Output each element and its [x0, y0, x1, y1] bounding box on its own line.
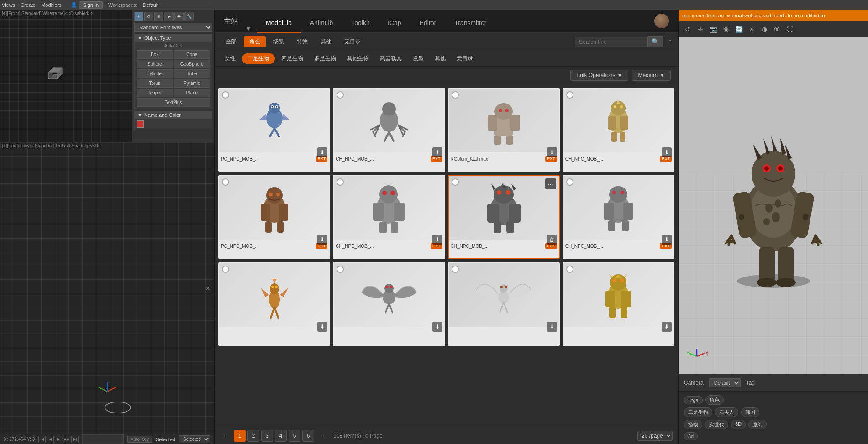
search-input[interactable] [575, 37, 648, 47]
asset-checkbox-12[interactable] [566, 266, 573, 273]
asset-card-5[interactable]: ⬇ PC_NPC_MOB_... EXT [218, 175, 330, 259]
tag-3d[interactable]: 3D [731, 420, 746, 429]
asset-checkbox-4[interactable] [566, 91, 573, 99]
asset-checkbox-8[interactable] [566, 178, 573, 186]
medium-button[interactable]: Medium ▼ [632, 70, 671, 81]
render-icon[interactable]: ◉ [721, 24, 731, 35]
hierarchy-cmd-icon[interactable]: ⊞ [154, 12, 163, 21]
asset-checkbox-3[interactable] [452, 91, 459, 99]
asset-checkbox-11[interactable] [452, 266, 459, 273]
auto-key-button[interactable]: Auto Key [127, 436, 153, 443]
viewport-front[interactable]: [+][Front][Standard][Wireframe]<<Disable… [0, 10, 132, 142]
page-6-btn[interactable]: 6 [302, 430, 314, 442]
prev-button[interactable]: ◀ [47, 436, 54, 443]
subcat-hair[interactable]: 发型 [408, 53, 428, 64]
create-cmd-icon[interactable]: ✦ [134, 12, 143, 21]
bulk-operations-button[interactable]: Bulk Operations ▼ [570, 70, 628, 81]
download-btn-1[interactable]: ⬇ [317, 147, 327, 157]
move-icon[interactable]: ✛ [695, 24, 706, 35]
menu-modifiers[interactable]: Modifiers [41, 2, 62, 8]
color-swatch[interactable] [137, 120, 144, 128]
preview-3d-area[interactable]: X Y [679, 37, 868, 374]
asset-card-7[interactable]: ··· [448, 175, 560, 259]
download-btn-11[interactable]: ⬇ [547, 322, 557, 332]
delete-btn-7[interactable]: 🗑 [547, 235, 557, 245]
subcat-weapons[interactable]: 武器载具 [375, 53, 406, 64]
next-frame-button[interactable]: ▶| [71, 436, 79, 443]
prev-page-btn[interactable]: ‹ [220, 430, 232, 442]
prev-frame-button[interactable]: |◀ [38, 436, 46, 443]
page-3-btn[interactable]: 3 [261, 430, 273, 442]
teapot-button[interactable]: Teapot [137, 89, 173, 97]
download-btn-8[interactable]: ⬇ [662, 235, 672, 245]
camera-dropdown[interactable]: Default [709, 378, 741, 387]
cylinder-button[interactable]: Cylinder [137, 69, 173, 78]
motion-cmd-icon[interactable]: ▶ [164, 12, 174, 21]
asset-card-8[interactable]: ⬇ CH_NPC_MOB_... EXT [563, 175, 674, 259]
menu-views[interactable]: Views [2, 2, 15, 8]
modify-cmd-icon[interactable]: ⚙ [144, 12, 153, 21]
subcat-quadruped[interactable]: 四足生物 [277, 53, 308, 64]
tab-icap[interactable]: ICap [379, 14, 410, 33]
page-2-btn[interactable]: 2 [247, 430, 259, 442]
subcat-biped[interactable]: 二足生物 [242, 53, 275, 64]
asset-checkbox-5[interactable] [222, 178, 229, 186]
tag-biped[interactable]: 二足生物 [684, 407, 712, 417]
tag-monster[interactable]: 怪物 [684, 420, 702, 429]
display-cmd-icon[interactable]: ◉ [174, 12, 184, 21]
subcat-other-creature[interactable]: 其他生物 [342, 53, 374, 64]
subcat-multiped[interactable]: 多足生物 [310, 53, 341, 64]
category-character[interactable]: 角色 [244, 36, 266, 47]
tab-modellib[interactable]: ModelLib [257, 14, 301, 33]
tag-korea[interactable]: 韩国 [741, 407, 759, 417]
plane-button[interactable]: Plane [174, 89, 210, 97]
cone-button[interactable]: Cone [174, 50, 210, 59]
asset-card-6[interactable]: ⬇ CH_NPC_MOB_... EXT [333, 175, 445, 259]
tube-button[interactable]: Tube [174, 69, 210, 78]
download-btn-9[interactable]: ⬇ [317, 322, 327, 332]
category-uncategorized[interactable]: 无目录 [339, 36, 366, 47]
reset-icon[interactable]: ↺ [682, 24, 693, 35]
collapse-icon[interactable]: ⌃ [667, 38, 673, 46]
viewport-perspective[interactable]: [+][Perspective][Standard][Default Shadi… [0, 142, 214, 434]
tab-animlib[interactable]: AnimLib [301, 14, 342, 33]
download-btn-3[interactable]: ⬇ [547, 147, 557, 157]
menu-create[interactable]: Create [21, 2, 36, 8]
category-all[interactable]: 全部 [220, 36, 242, 47]
sphere-button[interactable]: Sphere [137, 60, 173, 68]
fullscreen-icon[interactable]: ⛶ [784, 24, 795, 35]
primitives-dropdown[interactable]: Standard Primitives [134, 23, 212, 32]
download-btn-10[interactable]: ⬇ [432, 322, 442, 332]
asset-card-4[interactable]: ⬇ CH_NPC_MOB_... EXT [563, 88, 674, 172]
mode-select[interactable]: Selected [179, 435, 210, 443]
subcat-other2[interactable]: 其他 [430, 53, 450, 64]
page-1-btn[interactable]: 1 [234, 430, 246, 442]
page-4-btn[interactable]: 4 [275, 430, 287, 442]
camera-icon[interactable]: 📷 [708, 24, 719, 35]
download-btn-2[interactable]: ⬇ [432, 147, 442, 157]
next-button[interactable]: ▶▶ [63, 436, 70, 443]
torus-button[interactable]: Torus [137, 79, 173, 88]
more-options-btn-7[interactable]: ··· [545, 178, 556, 189]
tag-magic[interactable]: 魔幻 [748, 420, 767, 429]
category-effects[interactable]: 特效 [291, 36, 313, 47]
close-icon[interactable]: ✕ [205, 285, 210, 292]
tag-nextgen[interactable]: 次世代 [705, 420, 728, 429]
asset-checkbox-1[interactable] [222, 91, 229, 99]
asset-checkbox-9[interactable] [222, 266, 229, 273]
contrast-icon[interactable]: ◑ [759, 24, 770, 35]
tab-editor[interactable]: Editor [410, 14, 446, 33]
play-button[interactable]: ▶ [55, 436, 62, 443]
sign-in-button[interactable]: Sign In [79, 1, 103, 9]
box-button[interactable]: Box [137, 50, 173, 59]
download-btn-6[interactable]: ⬇ [432, 235, 442, 245]
asset-card-3[interactable]: ⬇ RGolem_KEJ.max EXT [448, 88, 560, 172]
refresh-icon[interactable]: 🔄 [733, 24, 744, 35]
asset-card-1[interactable]: ⬇ PC_NPC_MOB_... EXT [218, 88, 330, 172]
subcat-female[interactable]: 女性 [220, 53, 240, 64]
pyramid-button[interactable]: Pyramid [174, 79, 210, 88]
tag-tga[interactable]: *.tga [684, 396, 703, 404]
per-page-select[interactable]: 20 /page [637, 431, 673, 441]
download-btn-5[interactable]: ⬇ [317, 235, 327, 245]
download-btn-4[interactable]: ⬇ [662, 147, 672, 157]
